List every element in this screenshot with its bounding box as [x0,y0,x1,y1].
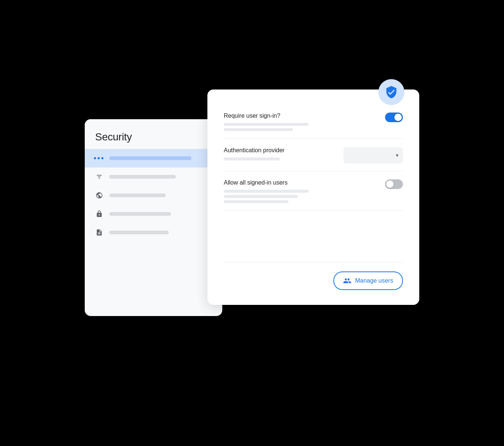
manage-users-button[interactable]: Manage users [333,271,403,290]
setting-label-auth-provider: Authentication provider [224,146,336,154]
left-card-header: Security [85,119,222,149]
filter-icon [95,173,103,181]
desc-bar [224,195,298,198]
allow-signed-in-toggle[interactable] [385,179,403,189]
manage-users-icon [343,277,351,285]
password-icon: ••• [95,154,103,162]
document-icon [95,228,103,237]
desc-bar [224,200,288,203]
lock-icon [95,210,103,218]
sidebar-item-bar [109,175,176,179]
left-card: Security ••• [85,119,222,316]
manage-users-label: Manage users [355,277,393,284]
sidebar-item-bar [109,156,191,160]
right-card: Require user sign-in? Authentication pro… [207,89,419,305]
shield-badge [378,79,404,105]
desc-bar [224,157,280,160]
auth-provider-dropdown[interactable]: ▾ [343,147,403,163]
desc-bar [224,128,293,131]
sidebar-item-bar [109,231,169,234]
sidebar-item-globe-lock[interactable] [85,186,222,205]
page-title: Security [95,131,212,143]
setting-label-require-signin: Require user sign-in? [224,112,378,120]
sidebar-item-document[interactable] [85,223,222,242]
setting-require-signin: Require user sign-in? [224,104,403,139]
sidebar-item-passwords[interactable]: ••• [85,149,222,167]
globe-lock-icon [95,191,103,199]
sidebar-items: ••• [85,149,222,249]
sidebar-item-lock[interactable] [85,205,222,223]
require-signin-toggle[interactable] [385,113,403,122]
bottom-section: Manage users [224,262,403,290]
desc-bar [224,190,308,193]
sidebar-item-bar [109,193,166,197]
sidebar-item-filter[interactable] [85,167,222,186]
setting-auth-provider: Authentication provider ▾ [224,139,403,171]
setting-label-allow-signed-in: Allow all signed-in users [224,179,378,187]
setting-allow-signed-in: Allow all signed-in users [224,171,403,211]
scene: Security ••• [85,89,419,357]
sidebar-item-bar [109,212,171,216]
desc-bar [224,123,308,126]
shield-icon [385,85,398,99]
chevron-down-icon: ▾ [396,152,398,158]
